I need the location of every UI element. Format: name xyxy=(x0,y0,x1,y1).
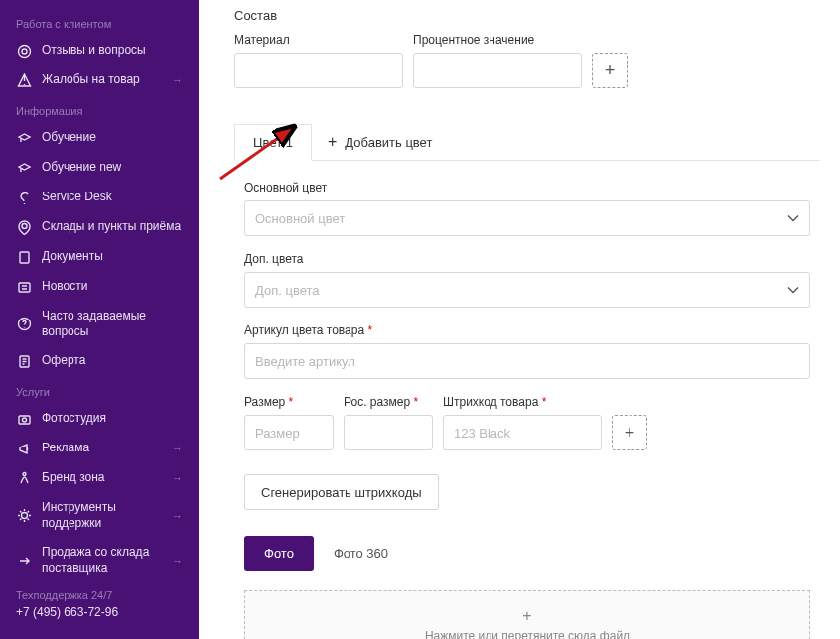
sidebar-item-brandzone[interactable]: Бренд зона→ xyxy=(0,463,199,493)
sidebar-item-label: Документы xyxy=(42,249,183,265)
svg-rect-9 xyxy=(19,416,30,424)
service-desk-icon xyxy=(16,190,32,205)
complaints-icon xyxy=(16,72,32,88)
sidebar-item-news[interactable]: Новости xyxy=(0,272,199,302)
svg-rect-5 xyxy=(20,252,29,263)
support-tools-icon xyxy=(16,508,32,524)
sidebar-item-label: Новости xyxy=(42,279,183,295)
sidebar-item-label: Обучение new xyxy=(42,160,183,176)
material-label: Материал xyxy=(234,33,403,47)
add-colors-select[interactable]: Доп. цвета xyxy=(244,272,810,308)
percent-input[interactable] xyxy=(413,53,582,88)
plus-icon: + xyxy=(522,607,531,625)
sidebar-item-reviews[interactable]: Отзывы и вопросы xyxy=(0,36,199,65)
sidebar-item-label: Бренд зона xyxy=(42,470,172,486)
sidebar-item-faq[interactable]: Часто задаваемые вопросы xyxy=(0,302,199,346)
svg-point-2 xyxy=(18,45,30,57)
sidebar-item-service-desk[interactable]: Service Desk xyxy=(0,183,199,212)
barcode-input[interactable] xyxy=(443,415,602,450)
color-tabs: Цвет 1 + Добавить цвет xyxy=(234,124,820,161)
section-info: Информация xyxy=(0,95,199,123)
chevron-right-icon: → xyxy=(172,510,183,522)
section-client: Работа с клиентом xyxy=(0,8,199,36)
size-label: Размер * xyxy=(244,395,334,409)
svg-point-3 xyxy=(22,49,27,54)
sidebar-item-warehouses[interactable]: Склады и пункты приёма xyxy=(0,212,199,242)
generate-barcodes-button[interactable]: Сгенерировать штрихкоды xyxy=(244,474,439,510)
sidebar-item-label: Инструменты поддержки xyxy=(42,500,172,531)
svg-rect-6 xyxy=(19,283,30,292)
main-color-label: Основной цвет xyxy=(244,181,810,194)
tab-photo[interactable]: Фото xyxy=(244,536,314,571)
main-content: Состав Материал Процентное значение + Цв… xyxy=(199,0,840,639)
sidebar-item-support-tools[interactable]: Инструменты поддержки→ xyxy=(0,493,199,538)
ads-icon xyxy=(16,441,32,456)
plus-icon: + xyxy=(328,133,337,151)
sidebar-item-ads[interactable]: Реклама→ xyxy=(0,434,199,463)
faq-icon xyxy=(16,317,32,332)
sidebar-item-label: Оферта xyxy=(42,353,183,369)
sidebar-item-label: Продажа со склада поставщика xyxy=(42,545,172,575)
tab-photo-360[interactable]: Фото 360 xyxy=(314,536,408,571)
photo-dropzone[interactable]: + Нажмите или перетяните сюда файл xyxy=(244,590,810,639)
article-label: Артикул цвета товара * xyxy=(244,323,810,337)
color-form: Основной цвет Основной цвет Доп. цвета Д… xyxy=(234,161,820,639)
composition-title: Состав xyxy=(234,8,820,23)
documents-icon xyxy=(16,249,32,265)
article-input[interactable] xyxy=(244,343,810,379)
percent-label: Процентное значение xyxy=(413,33,582,47)
tab-color-1[interactable]: Цвет 1 xyxy=(234,124,312,161)
barcode-label: Штрихкод товара * xyxy=(443,395,602,409)
add-composition-button[interactable]: + xyxy=(592,53,628,88)
support-phone: +7 (495) 663-72-96 xyxy=(16,605,118,619)
sidebar-item-photostudio[interactable]: Фотостудия xyxy=(0,404,199,434)
reviews-icon xyxy=(16,43,32,59)
add-color-button[interactable]: + Добавить цвет xyxy=(312,133,448,151)
chevron-right-icon: → xyxy=(172,472,183,484)
svg-point-4 xyxy=(22,223,27,228)
sidebar-item-documents[interactable]: Документы xyxy=(0,242,199,272)
add-colors-label: Доп. цвета xyxy=(244,252,810,266)
chevron-right-icon: → xyxy=(172,555,183,567)
section-services: Услуги xyxy=(0,376,199,404)
chevron-down-icon xyxy=(787,283,799,298)
rus-size-label: Рос. размер * xyxy=(344,395,433,409)
sidebar-item-offer[interactable]: Оферта xyxy=(0,346,199,376)
main-color-placeholder: Основной цвет xyxy=(255,211,345,226)
warehouses-icon xyxy=(16,219,32,235)
size-input[interactable] xyxy=(244,415,334,450)
chevron-down-icon xyxy=(787,211,799,226)
photo-tabs: Фото Фото 360 xyxy=(244,536,810,571)
chevron-right-icon: → xyxy=(172,443,183,454)
svg-point-11 xyxy=(23,472,26,475)
brandzone-icon xyxy=(16,470,32,486)
rus-size-input[interactable] xyxy=(344,415,433,450)
material-input[interactable] xyxy=(234,53,403,88)
supplier-sales-icon xyxy=(16,553,32,569)
sidebar-item-complaints[interactable]: Жалобы на товар→ xyxy=(0,65,199,95)
sidebar-item-label: Реклама xyxy=(42,441,172,456)
sidebar-item-supplier-sales[interactable]: Продажа со склада поставщика→ xyxy=(0,538,199,582)
news-icon xyxy=(16,279,32,295)
add-color-label: Добавить цвет xyxy=(345,135,432,150)
offer-icon xyxy=(16,353,32,369)
sidebar-item-training-new[interactable]: Обучение new xyxy=(0,153,199,183)
svg-point-10 xyxy=(22,418,26,422)
training-icon xyxy=(16,130,32,146)
sidebar-item-label: Фотостудия xyxy=(42,411,183,427)
sidebar-item-label: Жалобы на товар xyxy=(42,72,172,88)
chevron-right-icon: → xyxy=(172,74,183,86)
main-color-select[interactable]: Основной цвет xyxy=(244,200,810,236)
sidebar-item-training[interactable]: Обучение xyxy=(0,123,199,153)
photostudio-icon xyxy=(16,411,32,427)
sidebar-item-label: Service Desk xyxy=(42,190,183,205)
training-new-icon xyxy=(16,160,32,176)
sidebar-item-label: Склады и пункты приёма xyxy=(42,219,183,235)
dropzone-text: Нажмите или перетяните сюда файл xyxy=(425,629,630,639)
sidebar: Работа с клиентом Отзывы и вопросыЖалобы… xyxy=(0,0,199,639)
support-label: Техподдержка 24/7 xyxy=(16,589,118,601)
add-size-button[interactable]: + xyxy=(612,415,647,450)
svg-point-12 xyxy=(21,513,27,519)
sidebar-item-label: Отзывы и вопросы xyxy=(42,43,183,59)
support-block: Техподдержка 24/7 +7 (495) 663-72-96 xyxy=(16,589,118,619)
